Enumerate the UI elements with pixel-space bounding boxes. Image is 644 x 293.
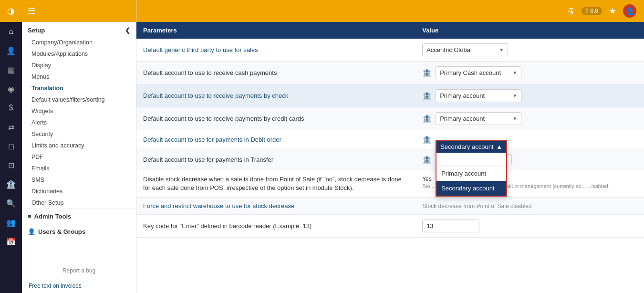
value-cell: 🏦 Primary account ▼ — [422, 112, 637, 125]
dropdown-value: Primary account — [440, 92, 485, 99]
collapse-icon[interactable]: ❮ — [125, 27, 130, 34]
nav-people[interactable]: 👥 — [0, 213, 22, 232]
table-row: Default account to use for payments in D… — [136, 130, 644, 149]
sidebar-item-menus[interactable]: Menus — [22, 71, 136, 83]
nav-bank[interactable]: 🏦 — [0, 175, 22, 194]
table-row: Default account to use to receive cash p… — [136, 62, 644, 84]
users-groups-header[interactable]: 👤 Users & Groups — [22, 224, 136, 239]
sidebar-item-modules[interactable]: Modules/Applications — [22, 48, 136, 60]
value-cell: 🏦 Primary Cash account ▼ — [422, 66, 637, 79]
sidebar-top-header: ☰ — [22, 0, 136, 22]
barcode-enter-input[interactable] — [422, 220, 479, 232]
dropdown-credit[interactable]: Primary account ▼ — [436, 112, 521, 125]
table-container: Parameters Value Default generic third p… — [136, 22, 644, 238]
sidebar: ☰ Setup ❮ Company/Organization Modules/A… — [22, 0, 136, 293]
value-cell: 🏦 Secondary account ▲ — [422, 135, 637, 144]
dropdown-arrow: ▼ — [512, 93, 517, 98]
param-value: Stock decrease from Point of Sale disabl… — [422, 203, 531, 209]
nav-tag[interactable]: ⊡ — [0, 156, 22, 175]
dropdown-search-input[interactable] — [436, 153, 506, 166]
sidebar-item-dictionaries[interactable]: Dictionaries — [22, 186, 136, 197]
setup-section-header[interactable]: Setup ❮ — [22, 22, 136, 37]
table-row: Default generic third party to use for s… — [136, 39, 644, 62]
question-icon: ? — [585, 8, 589, 14]
nav-circle[interactable]: ◉ — [0, 79, 22, 98]
sidebar-item-company[interactable]: Company/Organization — [22, 37, 136, 48]
bank-icon: 🏦 — [422, 155, 432, 164]
table-row: Disable stock decrease when a sale is do… — [136, 170, 644, 198]
param-label: Key code for "Enter" defined in barcode … — [143, 222, 312, 230]
dropdown-check[interactable]: Primary account ▼ — [436, 89, 521, 102]
dropdown-popup-header: Secondary account ▲ — [436, 141, 506, 153]
nav-search[interactable]: 🔍 — [0, 194, 22, 213]
user-avatar[interactable]: 👤 — [623, 4, 636, 18]
nav-home[interactable]: ⌂ — [0, 22, 22, 41]
sidebar-item-display[interactable]: Display — [22, 60, 136, 71]
param-label: Default account to use for payments in D… — [143, 136, 281, 143]
popup-arrow-up: ▲ — [496, 143, 502, 150]
popup-selected-value: Secondary account — [440, 143, 493, 150]
value-cell: Accentric Global ▼ — [422, 43, 637, 56]
sidebar-item-limits[interactable]: Limits and accuracy — [22, 140, 136, 151]
print-icon[interactable]: 🖨 — [566, 6, 575, 16]
version-number: 6.0 — [590, 8, 598, 14]
dropdown-value: Accentric Global — [426, 46, 472, 53]
param-label: Default account to use to receive paymen… — [143, 92, 288, 99]
dropdown-arrow: ▼ — [512, 70, 517, 75]
table-row: Default account to use to receive paymen… — [136, 107, 644, 130]
bank-icon: 🏦 — [422, 68, 432, 77]
dropdown-value: Primary Cash account — [440, 69, 501, 76]
icon-bar: ◑ ⌂ 👤 ▦ ◉ $ ⇄ ◻ ⊡ 🏦 🔍 👥 📅 — [0, 0, 22, 293]
dropdown-cash[interactable]: Primary Cash account ▼ — [436, 66, 521, 79]
dropdown-arrow: ▼ — [512, 116, 517, 121]
admin-tools-label: Admin Tools — [34, 213, 72, 220]
sidebar-item-alerts[interactable]: Alerts — [22, 117, 136, 128]
col-parameters: Parameters — [136, 22, 415, 39]
param-label: Default account to use to receive paymen… — [143, 115, 304, 122]
sidebar-item-sms[interactable]: SMS — [22, 174, 136, 186]
content-area: Parameters Value Default generic third p… — [136, 22, 644, 293]
param-label: Force and restrict warehouse to use for … — [143, 202, 294, 209]
star-icon[interactable]: ★ — [609, 6, 616, 16]
value-cell: 🏦 Primary account ▼ — [422, 89, 637, 102]
admin-tools-icon: ≡ — [28, 213, 31, 220]
bank-icon: 🏦 — [422, 91, 432, 100]
logo-symbol: ◑ — [7, 6, 15, 16]
main-content: 🖨 ? 6.0 ★ 👤 Parameters Value — [136, 0, 644, 293]
content-header: 🖨 ? 6.0 ★ 👤 — [136, 0, 644, 22]
hamburger-icon[interactable]: ☰ — [28, 6, 35, 16]
sidebar-item-translation[interactable]: Translation — [22, 83, 136, 94]
bank-icon: 🏦 — [422, 135, 432, 144]
users-groups-label: Users & Groups — [38, 228, 85, 235]
table-row: Key code for "Enter" defined in barcode … — [136, 215, 644, 238]
nav-box[interactable]: ◻ — [0, 136, 22, 156]
users-groups-icon: 👤 — [28, 228, 35, 235]
setup-label: Setup — [28, 27, 45, 34]
sidebar-item-security[interactable]: Security — [22, 128, 136, 140]
nav-calendar[interactable]: 📅 — [0, 232, 22, 251]
admin-tools-header[interactable]: ≡ Admin Tools — [22, 209, 136, 224]
sidebar-item-other-setup[interactable]: Other Setup — [22, 197, 136, 209]
params-table: Parameters Value Default generic third p… — [136, 22, 644, 238]
version-badge: ? 6.0 — [582, 7, 602, 15]
param-label: Default generic third party to use for s… — [143, 46, 258, 53]
dropdown-option-secondary[interactable]: Secondary account — [436, 181, 506, 196]
nav-grid[interactable]: ▦ — [0, 60, 22, 79]
dropdown-value: Primary account — [440, 115, 485, 122]
dropdown-arrow: ▼ — [499, 47, 504, 52]
nav-money[interactable]: $ — [0, 98, 22, 117]
sidebar-item-widgets[interactable]: Widgets — [22, 105, 136, 117]
sidebar-item-pdf[interactable]: PDF — [22, 151, 136, 163]
report-bug-text: Report a bug — [22, 263, 136, 278]
dropdown-accentric[interactable]: Accentric Global ▼ — [422, 43, 508, 56]
table-row: Default account to use for payments in T… — [136, 149, 644, 170]
dropdown-option-primary[interactable]: Primary account — [436, 166, 506, 181]
param-label: Default account to use for payments in T… — [143, 156, 273, 163]
app-logo[interactable]: ◑ — [0, 0, 22, 22]
sidebar-item-defaults[interactable]: Default values/filters/sorting — [22, 94, 136, 105]
sidebar-item-emails[interactable]: Emails — [22, 163, 136, 174]
col-value: Value — [415, 22, 644, 39]
nav-user[interactable]: 👤 — [0, 41, 22, 60]
footer-link[interactable]: Free text on invoices — [29, 283, 82, 289]
nav-transfer[interactable]: ⇄ — [0, 117, 22, 136]
